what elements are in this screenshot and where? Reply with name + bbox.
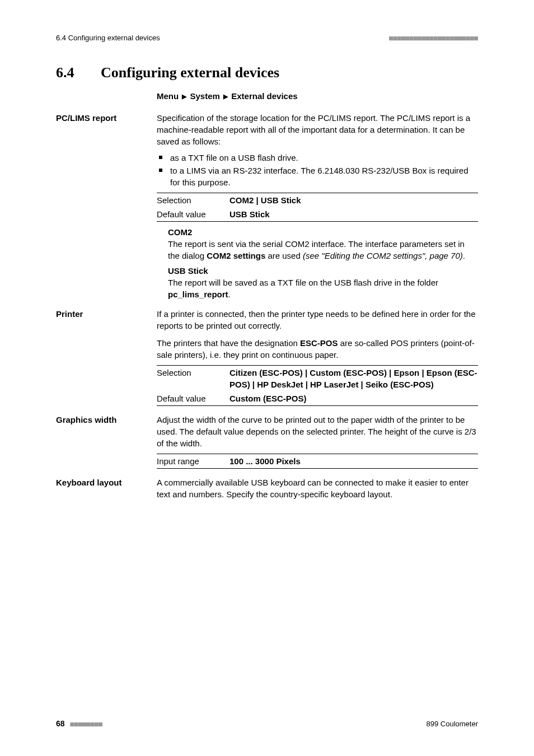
param-label-keyboard: Keyboard layout bbox=[56, 477, 157, 500]
page-footer: 68 ■■■■■■■■ 899 Coulometer bbox=[56, 719, 478, 728]
graphics-spec-table: Input range 100 ... 3000 Pixels bbox=[157, 454, 478, 469]
spec-value: USB Stick bbox=[229, 208, 478, 220]
list-item: as a TXT file on a USB flash drive. bbox=[157, 152, 478, 164]
usbstick-label: USB Stick bbox=[168, 265, 478, 277]
spec-value: 100 ... 3000 Pixels bbox=[229, 455, 478, 467]
com2-text: The report is sent via the serial COM2 i… bbox=[168, 238, 478, 262]
breadcrumb-item: External devices bbox=[231, 91, 297, 101]
printer-p1: If a printer is connected, then the prin… bbox=[157, 308, 478, 332]
page-number: 68 bbox=[56, 719, 65, 728]
keyboard-p1: A commercially available USB keyboard ca… bbox=[157, 477, 478, 500]
breadcrumb-item: Menu bbox=[157, 91, 179, 101]
footer-ornament: ■■■■■■■■ bbox=[70, 720, 102, 728]
spec-value: Citizen (ESC-POS) | Custom (ESC-POS) | E… bbox=[229, 367, 478, 390]
list-item: to a LIMS via an RS-232 interface. The 6… bbox=[157, 165, 478, 188]
chevron-right-icon: ▶ bbox=[182, 93, 186, 100]
footer-product: 899 Coulometer bbox=[427, 720, 479, 728]
section-number: 6.4 bbox=[56, 64, 101, 81]
pclims-intro: Specification of the storage location fo… bbox=[157, 112, 478, 147]
spec-key: Default value bbox=[157, 393, 229, 404]
pclims-bullet-list: as a TXT file on a USB flash drive. to a… bbox=[157, 152, 478, 188]
spec-key: Default value bbox=[157, 208, 229, 220]
usbstick-text: The report will be saved as a TXT file o… bbox=[168, 277, 478, 300]
printer-p2: The printers that have the designation E… bbox=[157, 337, 478, 361]
spec-key: Selection bbox=[157, 194, 229, 206]
param-label-pclims: PC/LIMS report bbox=[56, 112, 157, 300]
graphics-p1: Adjust the width of the curve to be prin… bbox=[157, 414, 478, 449]
page-header: 6.4 Configuring external devices ■■■■■■■… bbox=[56, 34, 478, 42]
printer-spec-table: Selection Citizen (ESC-POS) | Custom (ES… bbox=[157, 365, 478, 406]
spec-key: Input range bbox=[157, 455, 229, 467]
spec-value: COM2 | USB Stick bbox=[229, 194, 478, 206]
spec-value: Custom (ESC-POS) bbox=[229, 393, 478, 404]
running-title: 6.4 Configuring external devices bbox=[56, 34, 160, 42]
spec-key: Selection bbox=[157, 367, 229, 390]
pclims-spec-table: Selection COM2 | USB Stick Default value… bbox=[157, 193, 478, 222]
param-label-graphics: Graphics width bbox=[56, 414, 157, 469]
section-title-text: Configuring external devices bbox=[101, 64, 279, 81]
com2-label: COM2 bbox=[168, 226, 478, 238]
chevron-right-icon: ▶ bbox=[223, 93, 228, 100]
breadcrumb-item: System bbox=[190, 91, 220, 101]
breadcrumb: Menu ▶ System ▶ External devices bbox=[157, 91, 478, 101]
header-ornament: ■■■■■■■■■■■■■■■■■■■■■■ bbox=[389, 34, 478, 42]
param-label-printer: Printer bbox=[56, 308, 157, 406]
footer-left: 68 ■■■■■■■■ bbox=[56, 719, 102, 728]
section-heading: 6.4 Configuring external devices bbox=[56, 64, 478, 81]
